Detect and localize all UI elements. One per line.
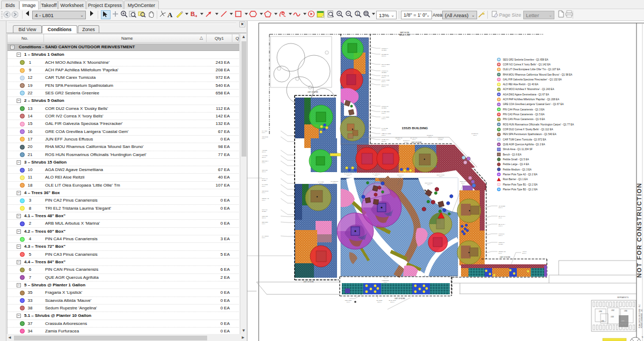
svg-text:HEACH PAP7 GAL: HEACH PAP7 GAL: [397, 174, 404, 177]
svg-text:GAL FIR265 GAL: GAL FIR265 GAL: [318, 181, 325, 184]
svg-text:SEACH PAP7 GAL: SEACH PAP7 GAL: [499, 216, 506, 218]
svg-text:PEN SPA HE1 GAL: PEN SPA HE1 GAL: [262, 198, 269, 201]
svg-text:26 GAL FIR5 GAL: 26 GAL FIR5 GAL: [382, 84, 389, 87]
svg-text:Planter Pots Type B2 - Q1 2 EA: Planter Pots Type B2 - Q1 2 EA: [503, 188, 538, 191]
svg-text:PHA MOU785 GAL: PHA MOU785 GAL: [262, 235, 269, 238]
svg-text:L803: L803: [611, 316, 614, 318]
svg-text:PIN CA3 772" BOX: PIN CA3 772" BOX: [262, 209, 268, 212]
svg-text:PIN CA4 236" BOX: PIN CA4 236" BOX: [262, 178, 268, 181]
svg-text:ALO LIT15 GAL: ALO LIT15 GAL: [522, 251, 527, 254]
svg-text:COR DU2 D5 GAL: COR DU2 D5 GAL: [262, 190, 268, 193]
svg-text:24 SES GR21 GAL: 24 SES GR21 GAL: [382, 111, 390, 114]
svg-text:NOT FOR CONSTRUCTION: NOT FOR CONSTRUCTION: [636, 182, 642, 278]
svg-text:C7PB CAN36" BOX: C7PB CAN36" BOX: [499, 242, 504, 244]
svg-text:KEYPLAN N.T.S.: KEYPLAN N.T.S.: [617, 296, 629, 299]
svg-text:PIN CAN Pinus Canariensis - Q1: PIN CAN Pinus Canariensis - Q1 6 EA: [503, 118, 545, 121]
svg-text:ROS HUN365 GAL: ROS HUN365 GAL: [345, 300, 352, 302]
svg-text:QUE LIT3715 GAL: QUE LIT3715 GAL: [262, 216, 268, 218]
svg-text:7 PIN CA436" BOX: 7 PIN CA436" BOX: [382, 48, 388, 51]
svg-text:▬ 6′: ▬ 6′: [336, 152, 339, 153]
svg-text:CAR TUM Carex Tumicola - Q1 97: CAR TUM Carex Tumicola - Q1 972 EA: [503, 138, 547, 141]
svg-text:36 COR IV25 GAL: 36 COR IV25 GAL: [382, 75, 389, 78]
svg-text:L801: L801: [621, 320, 625, 322]
svg-text:Bench - Q1 6 EA: Bench - Q1 6 EA: [503, 153, 522, 156]
svg-text:ACH PAP Achillea Millefolium ': ACH PAP Achillea Millefolium 'Paprika' -…: [503, 98, 560, 101]
svg-text:COR IV2 Correa X 'Ivory Bells': COR IV2 Correa X 'Ivory Bells' - Q1 142 …: [503, 63, 551, 66]
svg-text:PERMIT # 00000000 - L01: PERMIT # 00000000 - L01: [641, 309, 643, 328]
svg-text:RHA MOU Rhamnus Californica 'M: RHA MOU Rhamnus Californica 'Mound San B…: [503, 73, 573, 76]
svg-text:L804: L804: [599, 310, 602, 313]
svg-text:PEN SPA Pennisetum Spathiolatu: PEN SPA Pennisetum Spathiolatum - Q1 540…: [503, 133, 557, 136]
svg-text:7 PIN CAN36" BOX: 7 PIN CAN36" BOX: [382, 106, 388, 109]
svg-text:Planter Pots Type A2 - Q1 2 EA: Planter Pots Type A2 - Q1 2 EA: [503, 173, 538, 176]
svg-text:SCALE BR15 GAL: SCALE BR15 GAL: [377, 300, 383, 302]
svg-text:7 PIN CA372" BOX: 7 PIN CA372" BOX: [382, 70, 388, 73]
svg-text:CEROB HUN5 GAL: CEROB HUN5 GAL: [499, 251, 506, 254]
svg-text:13 CEA DAY15 GAL: 13 CEA DAY15 GAL: [382, 139, 389, 142]
svg-text:96 RHA MOU5 GAL: 96 RHA MOU5 GAL: [382, 79, 390, 83]
svg-text:LIMIT OF WORK: LIMIT OF WORK: [308, 91, 318, 93]
svg-text:PIN CA4 Pinus Canariensis - Q1: PIN CA4 Pinus Canariensis - Q1 3 EA: [503, 108, 545, 111]
svg-text:SMIC AR TUM7 GAL: SMIC AR TUM7 GAL: [437, 174, 444, 177]
svg-text:26 OLE LIT15 GAL: 26 OLE LIT15 GAL: [382, 54, 389, 57]
svg-text:LIMIT OF WORK: LIMIT OF WORK: [411, 142, 422, 144]
svg-text:REFER TO L800: REFER TO L800: [399, 34, 410, 36]
svg-text:BEACH DAY15 GAL: BEACH DAY15 GAL: [499, 224, 506, 226]
svg-text:ROS HUN Rosmarinus Officinalis: ROS HUN Rosmarinus Officinalis 'Huntingt…: [503, 123, 574, 126]
svg-text:SES GR2M1 GAL: SES GR2M1 GAL: [262, 221, 268, 224]
svg-text:36 GRE COA5 GAL: 36 GRE COA5 GAL: [471, 133, 479, 136]
svg-text:OLE LIT Olea Europaea 'Little: OLE LIT Olea Europaea 'Little Ollie' Tm …: [503, 68, 561, 71]
svg-text:81 CAR SRM1 GAL: 81 CAR SRM1 GAL: [382, 64, 390, 67]
svg-text:OAR TUM QTY1 GAL: OAR TUM QTY1 GAL: [344, 173, 353, 176]
svg-text:Pebble Large - Q1 4 EA: Pebble Large - Q1 4 EA: [503, 163, 530, 166]
svg-text:SIGNAL PIN15 GAL: SIGNAL PIN15 GAL: [460, 181, 467, 183]
svg-text:GRE COA Grevillea Lanigera 'Co: GRE COA Grevillea Lanigera 'Coastal Gem'…: [503, 103, 564, 106]
svg-text:HE OLE LIT7 GAL: HE OLE LIT7 GAL: [427, 135, 433, 137]
svg-text:SCAEA DW215 GAL: SCAEA DW215 GAL: [389, 300, 397, 302]
svg-text:AGA MOO QTY1 GAL: AGA MOO QTY1 GAL: [372, 173, 380, 176]
svg-text:AGA DW2 Agave Desmettiana - Q1: AGA DW2 Agave Desmettiana - Q1 67 EA: [503, 93, 550, 96]
svg-text:GAL FIR Galvezia Speciosa 'Fir: GAL FIR Galvezia Speciosa 'Firecracker' …: [503, 78, 562, 81]
svg-text:PIN CA3 Pinus Canariensis - Q1: PIN CA3 Pinus Canariensis - Q1 5 EA: [503, 113, 545, 116]
svg-text:4 ACH MOO1 GAL: 4 ACH MOO1 GAL: [382, 116, 389, 120]
svg-text:L806: L806: [624, 310, 627, 312]
svg-text:WOSES BRD7 GAL: WOSES BRD7 GAL: [382, 280, 389, 283]
svg-text:GAL FIR265 GAL: GAL FIR265 GAL: [262, 184, 268, 187]
svg-text:B: B: [191, 11, 195, 17]
svg-text:Pebble Small - Q1 5 EA: Pebble Small - Q1 5 EA: [503, 158, 529, 161]
svg-text:MATCHLINE: MATCHLINE: [400, 32, 409, 34]
svg-text:Pebble Medium - Q1 3 EA: Pebble Medium - Q1 3 EA: [503, 168, 532, 171]
svg-text:OLE LIT3615 GAL: OLE LIT3615 GAL: [262, 169, 268, 172]
svg-text:L802: L802: [611, 309, 614, 312]
svg-text:L805: L805: [601, 320, 604, 322]
svg-text:3 BEACH MOO7 GAL: 3 BEACH MOO7 GAL: [382, 133, 391, 136]
svg-text:N: N: [642, 336, 643, 338]
svg-text:RE COR IV25 GAL: RE COR IV25 GAL: [396, 137, 402, 140]
svg-text:AGA DW215 GAL: AGA DW215 GAL: [262, 155, 268, 158]
svg-text:Root Barrier - Q1 1 EA: Root Barrier - Q1 1 EA: [503, 178, 528, 181]
svg-text:Shrub Area - Q1 11,334 SF: Shrub Area - Q1 11,334 SF: [503, 148, 533, 151]
svg-text:PHA MOU5 GAL: PHA MOU5 GAL: [262, 130, 268, 133]
svg-text:LIMIT OF WORK: LIMIT OF WORK: [394, 298, 405, 300]
svg-text:QUE AGR Quercus Agrifolia - Q1: QUE AGR Quercus Agrifolia - Q1 2 EA: [503, 143, 546, 146]
svg-text:8 ALO REI15 GAL: 8 ALO REI15 GAL: [382, 128, 388, 131]
svg-text:Planter Pots Type B1 - Q1 2 EA: Planter Pots Type B1 - Q1 2 EA: [503, 183, 538, 186]
svg-text:1: 1: [356, 12, 358, 16]
svg-text:COR DU2M1 GAL: COR DU2M1 GAL: [262, 136, 268, 139]
svg-text:ALO RO315 GAL: ALO RO315 GAL: [262, 150, 267, 152]
svg-text:28 ACH PAP1 GAL: 28 ACH PAP1 GAL: [411, 137, 418, 140]
svg-text:JT DU2 UT15 GAL: JT DU2 UT15 GAL: [499, 233, 505, 236]
svg-text:7 PIN CAN36" BOX: 7 PIN CAN36" BOX: [438, 137, 444, 140]
svg-text:LIMIT OF WORK: LIMIT OF WORK: [500, 256, 510, 258]
svg-text:ACH MOO Achillea X 'Moonshine': ACH MOO Achillea X 'Moonshine' - Q1 243 …: [503, 88, 554, 91]
svg-text:HEALE RED15 GAL: HEALE RED15 GAL: [499, 205, 506, 208]
svg-text:15525 BUILDING: 15525 BUILDING: [402, 126, 428, 130]
svg-text:ALO REI Aloe Reitzii - Q1 40 E: ALO REI Aloe Reitzii - Q1 40 EA: [503, 83, 539, 86]
svg-text:21 PIN CA236" BOX: 21 PIN CA236" BOX: [403, 140, 409, 143]
svg-text:COR DU2 Correa X 'Dusky Bells': COR DU2 Correa X 'Dusky Bells' - Q1 112 …: [503, 128, 554, 131]
svg-text:SES GR2AV1 GAL: SES GR2AV1 GAL: [262, 160, 269, 163]
svg-text:SES GR2 Sesleria Greenlee - Q1: SES GR2 Sesleria Greenlee - Q1 658 EA: [503, 58, 548, 61]
svg-text:ACH MOO QTY1 GAL: ACH MOO QTY1 GAL: [330, 181, 339, 183]
